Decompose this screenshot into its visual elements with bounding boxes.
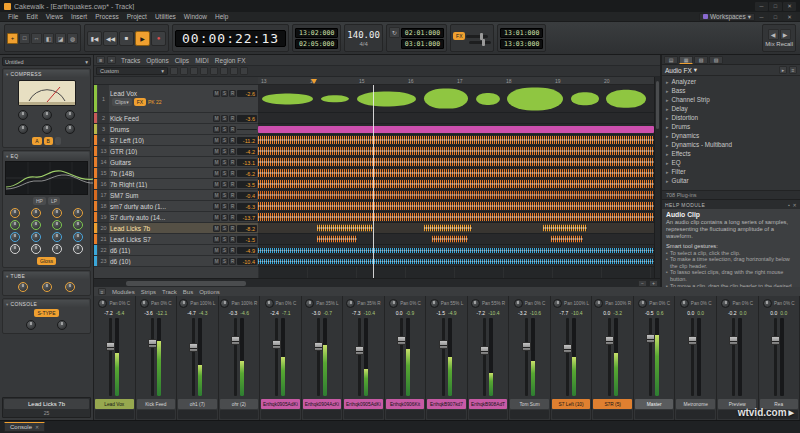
audio-clip[interactable] (317, 236, 357, 243)
stop-button[interactable]: ■ (119, 31, 134, 46)
track-r-button[interactable]: R (229, 126, 236, 133)
strip-name-label[interactable]: ErthqkB908AdT (469, 399, 508, 409)
fader-handle[interactable] (729, 336, 738, 345)
main-time-display[interactable]: 00:00:22:13 (175, 30, 286, 47)
pan-knob[interactable] (305, 299, 314, 308)
mixer-strip[interactable]: Pan 0% C-7.2-6.4Lead Vox (94, 296, 136, 420)
fader-track[interactable] (483, 318, 486, 396)
fader-handle[interactable] (231, 336, 240, 345)
clip-lane[interactable] (258, 245, 654, 256)
strip-name-label[interactable]: Erthqk0904AcKi (303, 399, 342, 409)
help-module-header[interactable]: HELP MODULE ▪ ✕ (662, 200, 800, 209)
clip-lane[interactable] (258, 256, 654, 267)
track-name[interactable]: GTR (10) (110, 148, 212, 155)
track-widget-icon[interactable] (220, 67, 228, 75)
selection-end-display[interactable]: 13:03:000 (500, 39, 543, 49)
clip-lane[interactable] (258, 146, 654, 157)
mix-slider-2[interactable] (469, 41, 491, 44)
fader-track[interactable] (400, 318, 403, 396)
track-name[interactable]: sm7 durty auto (1... (110, 203, 212, 210)
strip-name-label[interactable]: Erthqk0905AdKi (261, 399, 300, 409)
menu-utilities[interactable]: Utilities (151, 13, 180, 20)
now-marker-icon[interactable] (311, 79, 317, 84)
strip-name-label[interactable]: S7 Left (10) (552, 399, 591, 409)
track-widget-icon[interactable] (190, 67, 198, 75)
workspaces-dropdown[interactable]: Workspaces ▾ (699, 13, 755, 21)
mixer-strip[interactable]: Pan 0% C0.00.0Metronome (675, 296, 717, 420)
compressor-b-button[interactable]: B (44, 137, 53, 145)
horizontal-scrollbar[interactable]: − + (94, 278, 660, 287)
menu-edit[interactable]: Edit (22, 13, 41, 20)
fader-handle[interactable] (314, 342, 323, 351)
track-volume-readout[interactable]: -3.5 (237, 181, 257, 188)
track-r-button[interactable]: R (229, 181, 236, 188)
track-name[interactable]: d6 (10) (110, 258, 212, 265)
menu-views[interactable]: Views (42, 13, 67, 20)
pan-knob[interactable] (680, 299, 689, 308)
fader-track[interactable] (358, 318, 361, 396)
smart-tool-icon[interactable]: + (7, 33, 18, 44)
close-icon[interactable]: ✕ (792, 202, 797, 208)
clip-lane[interactable] (258, 179, 654, 190)
track-row[interactable]: 3DrumsMSR (94, 124, 258, 135)
eq-hp-button[interactable]: HP (33, 197, 46, 205)
mix-recall-next-button[interactable]: ▶ (780, 29, 791, 40)
pan-knob[interactable] (471, 299, 480, 308)
eq-band-knob[interactable] (10, 244, 20, 254)
clip-lane[interactable] (258, 124, 654, 135)
track-r-button[interactable]: R (229, 192, 236, 199)
fader-handle[interactable] (646, 334, 655, 343)
track-row[interactable]: 23d6 (10)MSR-10.4 (94, 256, 258, 267)
track-fx-chip[interactable]: PK 22 (148, 99, 162, 105)
audio-clip[interactable] (424, 225, 472, 232)
audio-clip[interactable] (321, 95, 349, 102)
vertical-scrollbar[interactable] (654, 77, 660, 278)
eq-lp-button[interactable]: LP (48, 197, 60, 205)
track-r-button[interactable]: R (229, 90, 236, 97)
menu-help[interactable]: Help (211, 13, 232, 20)
strip-name-label[interactable]: oh1 (7) (178, 399, 217, 409)
track-control-preset-dropdown[interactable]: Custom ▾ (96, 67, 168, 75)
audio-clip[interactable] (258, 180, 654, 188)
track-s-button[interactable]: S (221, 126, 228, 133)
track-name[interactable]: 7b (148) (110, 170, 212, 177)
track-s-button[interactable]: S (221, 247, 228, 254)
track-row[interactable]: 2Kick FeedMSR-3.6 (94, 113, 258, 124)
pan-knob[interactable] (140, 299, 149, 308)
eq-band-knob[interactable] (31, 232, 41, 242)
erase-tool-icon[interactable]: ◪ (55, 33, 66, 44)
track-name[interactable]: Lead Licks S7 (110, 236, 212, 243)
fader-track[interactable] (525, 318, 528, 396)
sub-time-display[interactable]: 02:05:000 (295, 39, 338, 49)
pan-knob[interactable] (265, 299, 274, 308)
track-s-button[interactable]: S (221, 203, 228, 210)
track-r-button[interactable]: R (229, 115, 236, 122)
audio-clip[interactable] (507, 87, 562, 110)
track-m-button[interactable]: M (213, 90, 220, 97)
trackview-menu-tracks[interactable]: Tracks (118, 57, 143, 64)
strip-output-box[interactable] (178, 410, 217, 419)
clip-lane[interactable] (258, 168, 654, 179)
menu-process[interactable]: Process (91, 13, 122, 20)
maximize-button[interactable]: □ (769, 2, 782, 11)
mixer-strip[interactable]: Pan 0% C0.00.0Rea (759, 296, 800, 420)
console-options-icon[interactable]: ≡ (98, 288, 106, 295)
mixer-strip[interactable]: Pan 100% L-7.7-10.4S7 Left (10) (551, 296, 593, 420)
fx-toggle-button[interactable]: FX (453, 32, 465, 40)
track-r-button[interactable]: R (229, 203, 236, 210)
edit-tool-icon[interactable]: ◧ (43, 33, 54, 44)
track-clips-dropdown[interactable]: Clips ▾ (112, 98, 132, 106)
track-row[interactable]: 14GuitarsMSR-13.1 (94, 157, 258, 168)
track-row[interactable]: 167b Right (11)MSR-3.5 (94, 179, 258, 190)
audio-clip[interactable] (476, 92, 500, 104)
browser-options-icon[interactable]: ≡ (789, 66, 797, 74)
track-name[interactable]: Lead Licks 7b (110, 225, 212, 232)
menu-file[interactable]: File (4, 13, 22, 20)
beat-time-display[interactable]: 13:02:000 (295, 28, 338, 38)
track-row[interactable]: 18sm7 durty auto (1...MSR-6.3 (94, 201, 258, 212)
track-widget-icon[interactable] (170, 67, 178, 75)
console-knob[interactable] (26, 320, 36, 330)
console-menu-bus[interactable]: Bus (183, 289, 193, 295)
pan-knob[interactable] (514, 299, 523, 308)
audio-clip[interactable] (543, 225, 587, 232)
